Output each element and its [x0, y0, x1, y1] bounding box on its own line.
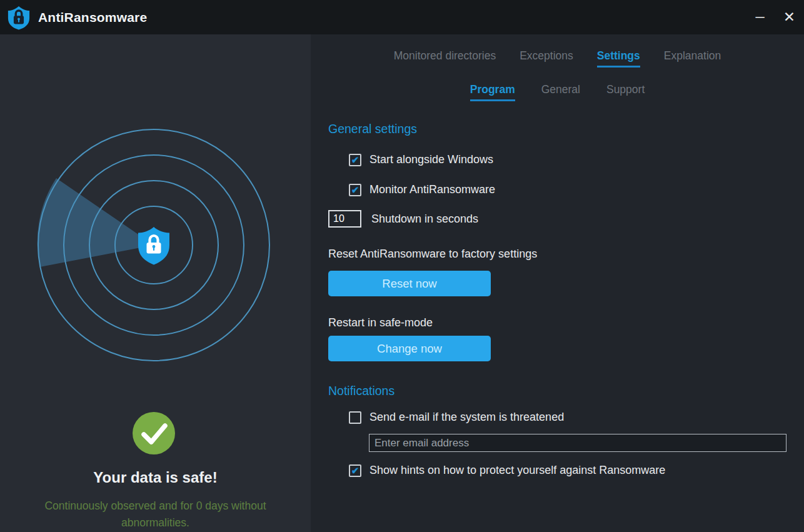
tab-settings[interactable]: Settings	[597, 49, 640, 68]
show-hints-checkbox[interactable]: ✔	[349, 464, 361, 477]
shutdown-seconds-label: Shutdown in seconds	[371, 213, 478, 226]
tab-monitored-directories[interactable]: Monitored directories	[394, 49, 496, 68]
checkmark-icon: ✔	[351, 466, 359, 475]
status-headline: Your data is safe!	[0, 469, 311, 486]
show-hints-label: Show hints on how to protect yourself ag…	[369, 464, 665, 477]
reset-factory-label: Reset AntiRansomware to factory settings	[328, 248, 804, 261]
subtab-support[interactable]: Support	[606, 83, 645, 101]
radar-sweep	[38, 178, 154, 267]
window-controls: ─ ✕	[745, 0, 804, 34]
email-address-input[interactable]	[369, 434, 786, 452]
settings-content: General settings ✔ Start alongside Windo…	[311, 122, 804, 477]
reset-now-button-label: Reset now	[382, 277, 436, 291]
radar-graphic	[0, 34, 311, 409]
status-panel: Your data is safe! Continuously observed…	[0, 34, 311, 532]
notifications-heading: Notifications	[328, 384, 804, 398]
shutdown-seconds-input[interactable]	[328, 210, 361, 228]
send-email-checkbox[interactable]	[349, 411, 361, 424]
restart-safe-mode-label: Restart in safe-mode	[328, 316, 804, 329]
tab-explanation[interactable]: Explanation	[664, 49, 721, 68]
general-settings-heading: General settings	[328, 122, 804, 136]
send-email-label: Send e-mail if the system is threatened	[369, 411, 564, 424]
change-now-button-label: Change now	[377, 342, 442, 356]
checkmark-icon: ✔	[351, 155, 359, 164]
monitor-antiransomware-label: Monitor AntiRansomware	[369, 183, 495, 196]
reset-now-button[interactable]: Reset now	[328, 271, 491, 296]
main-tabs: Monitored directories Exceptions Setting…	[311, 34, 804, 68]
app-window: AntiRansomware ─ ✕	[0, 0, 804, 532]
settings-panel: Monitored directories Exceptions Setting…	[311, 34, 804, 532]
close-icon: ✕	[783, 9, 795, 26]
app-shield-lock-icon	[7, 5, 31, 30]
titlebar: AntiRansomware ─ ✕	[0, 0, 804, 34]
send-email-row[interactable]: Send e-mail if the system is threatened	[349, 411, 804, 424]
subtab-program[interactable]: Program	[470, 83, 515, 101]
show-hints-row[interactable]: ✔ Show hints on how to protect yourself …	[349, 464, 804, 477]
minimize-button[interactable]: ─	[745, 0, 775, 34]
app-title: AntiRansomware	[38, 10, 147, 25]
tab-exceptions[interactable]: Exceptions	[520, 49, 573, 68]
close-button[interactable]: ✕	[775, 0, 804, 34]
settings-subtabs: Program General Support	[311, 83, 804, 101]
change-now-button[interactable]: Change now	[328, 336, 491, 361]
shutdown-seconds-row: Shutdown in seconds	[328, 210, 804, 228]
start-alongside-windows-checkbox[interactable]: ✔	[349, 154, 361, 166]
monitor-antiransomware-row[interactable]: ✔ Monitor AntiRansomware	[349, 183, 804, 196]
start-alongside-windows-label: Start alongside Windows	[369, 153, 493, 166]
safe-check-icon	[129, 408, 179, 458]
subtab-general[interactable]: General	[541, 83, 580, 101]
checkmark-icon: ✔	[351, 185, 359, 194]
shield-lock-icon	[138, 227, 169, 265]
start-alongside-windows-row[interactable]: ✔ Start alongside Windows	[349, 153, 804, 166]
minimize-icon: ─	[755, 10, 764, 24]
status-subtext: Continuously observed and for 0 days wit…	[19, 498, 292, 531]
monitor-antiransomware-checkbox[interactable]: ✔	[349, 184, 361, 196]
